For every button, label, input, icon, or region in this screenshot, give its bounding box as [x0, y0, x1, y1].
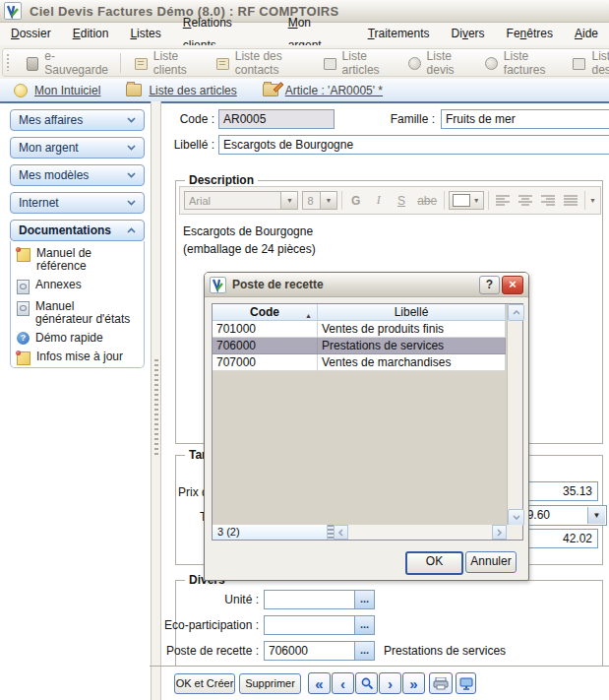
esauvegarde-button[interactable]: e-Sauvegarde — [15, 51, 117, 75]
last-record-button[interactable]: » — [402, 672, 425, 694]
printer-icon — [433, 677, 449, 690]
doc-item-demo-rapide[interactable]: ? Démo rapide — [17, 332, 140, 345]
liste-devis-button[interactable]: Liste devis — [397, 51, 474, 75]
supprimer-button[interactable]: Supprimer — [239, 673, 301, 694]
align-right-button[interactable] — [539, 192, 558, 210]
scrollbar-corner — [507, 525, 522, 540]
font-size-combo[interactable]: 8 ▼ — [302, 191, 337, 210]
poste-de-recette-field[interactable]: 706000 — [264, 641, 355, 661]
first-record-button[interactable]: « — [308, 672, 331, 694]
align-left-button[interactable] — [493, 192, 512, 210]
print-button[interactable] — [429, 672, 453, 694]
poste-de-recette-browse-button[interactable]: ... — [354, 641, 375, 661]
scroll-up-button[interactable] — [508, 304, 524, 321]
liste-des-button[interactable]: Liste des — [562, 51, 609, 75]
liste-factures-button[interactable]: Liste factures — [474, 51, 563, 75]
column-header-libelle[interactable]: Libellé — [318, 304, 506, 321]
articles-list-icon — [126, 84, 142, 96]
libelle-field[interactable]: Escargots de Bourgogne — [218, 135, 609, 155]
preview-button[interactable] — [456, 672, 476, 694]
chevron-right-icon — [497, 529, 502, 537]
richtext-toolbar: Arial ▼ 8 ▼ G I S abe ▼ ▼ — [179, 186, 601, 215]
previous-record-button[interactable]: ‹ — [332, 672, 354, 694]
vertical-scrollbar[interactable] — [507, 304, 522, 525]
chevron-down-icon[interactable]: ▼ — [587, 507, 605, 524]
dialog-help-button[interactable]: ? — [479, 276, 500, 294]
doc-item-manuel-reference[interactable]: Manuel de référence — [17, 247, 140, 273]
menu-aide[interactable]: Aide — [564, 23, 609, 45]
scroll-down-button[interactable] — [508, 509, 524, 526]
cell-libelle: Prestations de services — [318, 338, 506, 354]
document-icon — [17, 280, 30, 294]
footer-divider — [150, 666, 609, 667]
italic-button[interactable]: I — [369, 193, 388, 208]
record-navigation: « ‹ › » — [308, 672, 425, 694]
sidebar-section-mes-modeles[interactable]: Mes modèles — [10, 164, 145, 186]
dialog-ok-button[interactable]: OK — [405, 551, 463, 575]
dialog-title: Poste de recette — [232, 278, 324, 291]
scroll-left-button[interactable] — [334, 525, 348, 540]
menu-listes[interactable]: Listes — [119, 23, 171, 45]
dialog-cancel-button[interactable]: Annuler — [465, 551, 517, 573]
liste-articles-button[interactable]: Liste articles — [313, 51, 397, 75]
famille-field[interactable]: Fruits de mer — [441, 109, 609, 129]
menu-traitements[interactable]: Traitements — [357, 23, 441, 45]
open-windows-bar: Mon Intuiciel Liste des articles Article… — [0, 79, 609, 103]
cell-code: 706000 — [213, 338, 318, 354]
doc-item-annexes[interactable]: Annexes — [17, 279, 140, 294]
cell-libelle: Ventes de produits finis — [318, 321, 506, 338]
font-family-combo[interactable]: Arial ▼ — [184, 191, 298, 210]
horizontal-scrollbar-track[interactable] — [348, 525, 492, 540]
search-record-button[interactable] — [355, 672, 378, 694]
menu-fenetres[interactable]: Fenêtres — [496, 23, 564, 45]
chevron-down-icon — [127, 172, 136, 178]
sidebar-splitter[interactable] — [151, 101, 161, 700]
unite-browse-button[interactable]: ... — [354, 590, 375, 609]
liste-articles-icon — [322, 55, 337, 71]
chevron-down-icon[interactable]: ▼ — [320, 192, 336, 209]
liste-clients-button[interactable]: Liste clients — [124, 51, 206, 75]
menu-divers[interactable]: Divers — [441, 23, 496, 45]
align-justify-button[interactable] — [562, 192, 580, 210]
chevron-down-icon — [127, 200, 136, 206]
doc-item-infos-mise-a-jour[interactable]: Infos mise à jour — [17, 350, 140, 365]
liste-factures-icon — [483, 55, 499, 71]
sidebar-section-documentations[interactable]: Documentations — [10, 220, 145, 241]
description-group-title: Description — [185, 173, 258, 187]
chevron-down-icon — [127, 117, 136, 123]
description-line2: (emballage de 24 pièces) — [183, 240, 602, 258]
strikethrough-button[interactable]: abe — [415, 194, 440, 208]
dialog-close-button[interactable]: × — [502, 276, 523, 294]
sidebar-section-mes-affaires[interactable]: Mes affaires — [10, 109, 145, 131]
column-header-code[interactable]: Code ▲ — [213, 304, 318, 321]
eco-participation-field[interactable] — [264, 615, 355, 635]
tab-mon-intuiciel[interactable]: Mon Intuiciel — [14, 84, 100, 97]
chevron-down-icon — [127, 145, 136, 151]
chevron-down-icon — [513, 515, 520, 520]
sidebar-section-mon-argent[interactable]: Mon argent — [10, 137, 145, 159]
menu-dossier[interactable]: Dossier — [0, 23, 62, 45]
toolbar-grip[interactable] — [7, 54, 9, 71]
eco-participation-label: Eco-participation : — [138, 618, 259, 632]
toolbar-overflow-chevron-icon[interactable]: ▼ — [589, 197, 596, 204]
doc-item-manuel-generateur[interactable]: Manuel générateur d'états — [17, 300, 140, 326]
ok-et-creer-button[interactable]: OK et Créer — [174, 673, 235, 694]
menu-edition[interactable]: Edition — [62, 23, 120, 45]
note-pin-icon — [17, 351, 30, 365]
font-color-picker[interactable]: ▼ — [449, 191, 485, 210]
main-toolbar: e-Sauvegarde Liste clients Liste des con… — [0, 45, 609, 79]
tab-article-ar0005[interactable]: Article : 'AR0005' * — [263, 84, 383, 97]
unite-field[interactable] — [264, 590, 355, 609]
splitter-handle[interactable] — [154, 359, 158, 458]
chevron-up-icon — [513, 310, 520, 315]
scroll-right-button[interactable] — [492, 525, 507, 540]
eco-participation-browse-button[interactable]: ... — [354, 615, 375, 635]
sidebar-section-internet[interactable]: Internet — [10, 192, 145, 214]
underline-button[interactable]: S — [392, 194, 410, 208]
liste-contacts-button[interactable]: Liste des contacts — [206, 51, 313, 75]
tab-liste-des-articles[interactable]: Liste des articles — [126, 84, 236, 97]
bold-button[interactable]: G — [346, 194, 365, 208]
align-center-button[interactable] — [516, 192, 534, 210]
chevron-down-icon[interactable]: ▼ — [280, 192, 297, 209]
next-record-button[interactable]: › — [379, 672, 401, 694]
